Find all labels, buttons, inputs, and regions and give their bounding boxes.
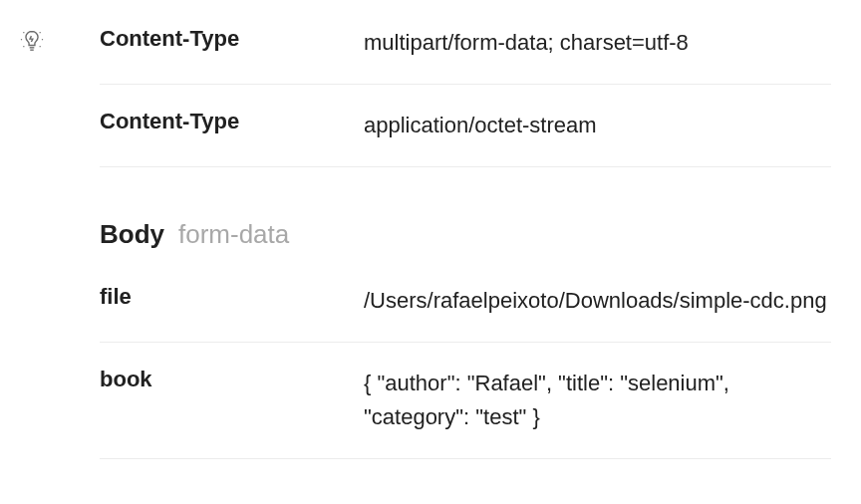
svg-point-0 [23,32,24,33]
body-value: { "author": "Rafael", "title": "selenium… [364,367,831,434]
body-title: Body [100,219,164,250]
header-value: application/octet-stream [364,109,831,142]
svg-point-1 [39,32,40,33]
header-row: Content-Type multipart/form-data; charse… [100,8,831,85]
svg-point-3 [42,39,43,40]
svg-point-4 [23,46,24,47]
body-subtitle: form-data [178,219,289,250]
body-row: book { "author": "Rafael", "title": "sel… [100,343,831,459]
header-key: Content-Type [100,26,364,52]
header-value: multipart/form-data; charset=utf-8 [364,26,831,60]
body-key: file [100,284,364,310]
body-section-header: Body form-data [100,167,831,260]
lightbulb-icon[interactable] [18,28,46,56]
svg-point-5 [39,46,40,47]
header-key: Content-Type [100,109,364,134]
request-details: Content-Type multipart/form-data; charse… [100,0,861,459]
body-value: /Users/rafaelpeixoto/Downloads/simple-cd… [364,284,831,318]
header-row: Content-Type application/octet-stream [100,85,831,167]
svg-point-2 [21,39,22,40]
body-row: file /Users/rafaelpeixoto/Downloads/simp… [100,260,831,343]
body-key: book [100,367,364,392]
